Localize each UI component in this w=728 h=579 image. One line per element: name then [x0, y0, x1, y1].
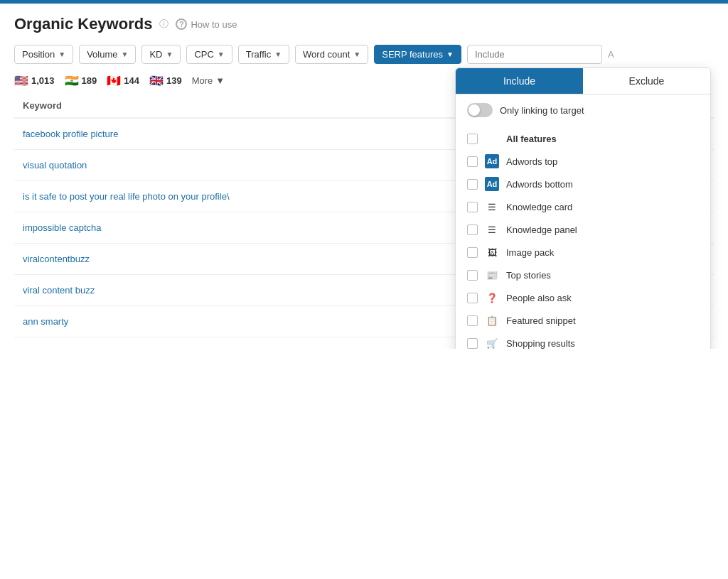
linking-toggle[interactable]	[467, 103, 493, 117]
question-icon: ?	[176, 18, 187, 30]
feature-featured-snippet[interactable]: 📋 Featured snippet	[467, 309, 699, 332]
featured-snippet-icon: 📋	[485, 313, 499, 328]
chevron-down-icon: ▼	[218, 50, 225, 58]
feature-checkbox-featured-snippet[interactable]	[467, 315, 478, 326]
feature-label-image-pack: Image pack	[506, 247, 554, 258]
page-wrapper: Organic Keywords ⓘ ? How to use Position…	[0, 4, 728, 349]
feature-all-features[interactable]: All features	[467, 127, 699, 150]
filter-traffic[interactable]: Traffic ▼	[238, 45, 289, 64]
feature-checkbox-adwords-bottom[interactable]	[467, 179, 478, 190]
shopping-results-icon: 🛒	[485, 336, 499, 349]
feature-top-stories[interactable]: 📰 Top stories	[467, 264, 699, 286]
adwords-bottom-icon: Ad	[485, 177, 499, 191]
feature-list: All features Ad Adwords top Ad Adwords b…	[467, 127, 699, 349]
country-gb[interactable]: 🇬🇧 139	[149, 74, 182, 87]
feature-label-all: All features	[506, 134, 557, 144]
country-in[interactable]: 🇮🇳 189	[65, 74, 97, 87]
country-us[interactable]: 🇺🇸 1,013	[14, 74, 55, 87]
feature-people-also-ask[interactable]: ❓ People also ask	[467, 286, 699, 309]
feature-label-knowledge-panel: Knowledge panel	[506, 224, 577, 235]
people-also-ask-icon: ❓	[485, 291, 499, 305]
chevron-down-icon: ▼	[446, 50, 454, 58]
feature-knowledge-panel[interactable]: ☰ Knowledge panel	[467, 218, 699, 241]
tab-exclude[interactable]: Exclude	[583, 68, 710, 94]
toggle-row: Only linking to target	[467, 103, 699, 117]
toggle-knob	[469, 104, 480, 116]
country-ca[interactable]: 🇨🇦 144	[107, 74, 139, 87]
feature-knowledge-card[interactable]: ☰ Knowledge card	[467, 195, 699, 218]
feature-icon-all	[485, 131, 499, 146]
feature-checkbox-people-also-ask[interactable]	[467, 293, 478, 303]
feature-label-adwords-top: Adwords top	[506, 156, 557, 167]
more-countries-button[interactable]: More ▼	[192, 75, 225, 86]
feature-checkbox-adwords-top[interactable]	[467, 156, 478, 167]
feature-shopping-results[interactable]: 🛒 Shopping results	[467, 332, 699, 349]
feature-checkbox-top-stories[interactable]	[467, 270, 478, 281]
flag-us-icon: 🇺🇸	[14, 74, 28, 87]
feature-checkbox-knowledge-panel[interactable]	[467, 224, 478, 235]
serp-features-dropdown: Include Exclude Only linking to target A…	[455, 67, 711, 349]
chevron-down-icon: ▼	[215, 75, 225, 86]
chevron-down-icon: ▼	[353, 50, 360, 58]
knowledge-card-icon: ☰	[485, 200, 499, 214]
feature-checkbox-image-pack[interactable]	[467, 247, 478, 258]
feature-label-top-stories: Top stories	[506, 270, 551, 281]
flag-gb-icon: 🇬🇧	[149, 74, 164, 87]
feature-checkbox-knowledge-card[interactable]	[467, 202, 478, 212]
feature-checkbox-all[interactable]	[467, 134, 478, 144]
include-input[interactable]	[467, 45, 602, 64]
how-to-use-link[interactable]: ? How to use	[176, 18, 237, 30]
toggle-label: Only linking to target	[500, 105, 584, 116]
flag-ca-icon: 🇨🇦	[107, 74, 121, 87]
top-stories-icon: 📰	[485, 268, 499, 282]
feature-checkbox-shopping-results[interactable]	[467, 338, 478, 349]
feature-label-featured-snippet: Featured snippet	[506, 315, 576, 326]
feature-label-knowledge-card: Knowledge card	[506, 202, 572, 212]
filter-serp-features[interactable]: SERP features ▼	[374, 45, 461, 64]
feature-image-pack[interactable]: 🖼 Image pack	[467, 241, 699, 264]
dropdown-tabs: Include Exclude	[456, 68, 710, 94]
feature-label-adwords-bottom: Adwords bottom	[506, 179, 573, 190]
knowledge-panel-icon: ☰	[485, 222, 499, 237]
feature-label-people-also-ask: People also ask	[506, 293, 572, 303]
chevron-down-icon: ▼	[122, 50, 129, 58]
title-row: Organic Keywords ⓘ ? How to use	[14, 15, 714, 33]
image-pack-icon: 🖼	[485, 245, 499, 259]
feature-label-shopping-results: Shopping results	[506, 338, 575, 349]
chevron-down-icon: ▼	[58, 50, 65, 58]
filter-kd[interactable]: KD ▼	[141, 45, 181, 64]
include-hint: A	[608, 49, 614, 60]
dropdown-body: Only linking to target All features Ad A…	[456, 94, 710, 349]
feature-adwords-bottom[interactable]: Ad Adwords bottom	[467, 173, 699, 195]
filter-cpc[interactable]: CPC ▼	[186, 45, 232, 64]
adwords-top-icon: Ad	[485, 154, 499, 168]
info-icon[interactable]: ⓘ	[159, 18, 168, 31]
filters-row: Position ▼ Volume ▼ KD ▼ CPC ▼ Traffic ▼…	[14, 45, 714, 64]
feature-adwords-top[interactable]: Ad Adwords top	[467, 150, 699, 173]
page-title: Organic Keywords	[14, 15, 152, 33]
chevron-down-icon: ▼	[274, 50, 282, 58]
filter-volume[interactable]: Volume ▼	[79, 45, 136, 64]
flag-in-icon: 🇮🇳	[65, 74, 79, 87]
chevron-down-icon: ▼	[166, 50, 173, 58]
tab-include[interactable]: Include	[456, 68, 583, 94]
filter-position[interactable]: Position ▼	[14, 45, 73, 64]
filter-word-count[interactable]: Word count ▼	[295, 45, 368, 64]
